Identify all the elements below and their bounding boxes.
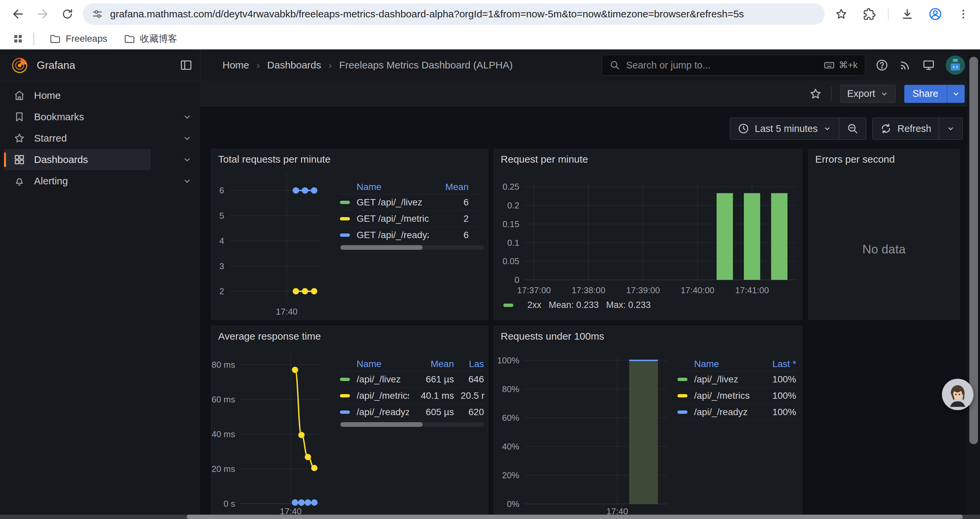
legend-row[interactable]: GET /api/_/readyz6	[340, 227, 484, 243]
breadcrumb-dashboards[interactable]: Dashboards	[267, 59, 321, 71]
search-input[interactable]	[625, 59, 818, 71]
bookmark-folder-freeleaps[interactable]: Freeleaps	[42, 30, 114, 48]
chart-request-per-minute[interactable]: 00.050.10.150.20.2517:37:0017:38:0017:39…	[494, 149, 802, 319]
chevron-down-icon[interactable]	[182, 133, 192, 143]
folder-icon	[49, 33, 61, 45]
panel-total-requests-per-minute: Total requests per minute 2345617:40 Nam…	[211, 149, 488, 320]
legend-scrollbar[interactable]	[340, 245, 484, 250]
chevron-down-icon[interactable]	[182, 155, 192, 164]
legend-row[interactable]: /api/_/livez100%	[678, 371, 796, 388]
breadcrumb-separator: ›	[256, 59, 260, 71]
legend-row[interactable]: GET /api/_/metrics2	[340, 211, 484, 227]
svg-text:2: 2	[220, 286, 224, 296]
share-menu-caret[interactable]	[947, 85, 965, 103]
horizontal-scrollbar-thumb[interactable]	[187, 515, 963, 519]
breadcrumb-home[interactable]: Home	[223, 59, 249, 71]
svg-text:0 s: 0 s	[223, 498, 235, 509]
refresh-icon	[880, 123, 892, 134]
apps-grid-icon[interactable]	[10, 31, 26, 47]
bookmark-folder-label: 收藏博客	[140, 32, 177, 45]
back-icon[interactable]	[9, 5, 27, 23]
share-button[interactable]: Share	[904, 85, 947, 103]
sidebar-row-bookmarks: Bookmarks	[4, 106, 196, 128]
svg-text:0.15: 0.15	[502, 219, 519, 229]
zoom-out-icon	[846, 123, 859, 134]
forward-icon[interactable]	[33, 5, 52, 23]
series-color-chip	[340, 394, 350, 398]
address-bar[interactable]	[83, 3, 824, 25]
svg-text:17:41:00: 17:41:00	[735, 285, 769, 295]
sidebar-item-dashboards[interactable]: Dashboards	[4, 149, 151, 170]
legend-max-stat: Max: 0.233	[606, 300, 651, 310]
sidebar-row-starred: Starred	[4, 128, 196, 149]
bookmark-star-icon[interactable]	[832, 5, 851, 23]
legend-series-name[interactable]: 2xx	[527, 300, 541, 310]
breadcrumb-separator: ›	[329, 59, 332, 71]
grafana-logo[interactable]	[10, 56, 29, 75]
help-icon[interactable]	[875, 58, 889, 72]
reload-icon[interactable]	[58, 5, 77, 23]
chevron-down-icon[interactable]	[182, 112, 192, 122]
home-icon	[13, 89, 25, 102]
sidebar-item-home[interactable]: Home	[4, 85, 151, 106]
download-icon[interactable]	[898, 5, 916, 23]
dashboard-toolbar: Export Share	[200, 81, 980, 106]
sidebar-row-dashboards: Dashboards	[4, 149, 196, 170]
svg-text:20%: 20%	[502, 470, 519, 480]
brand-name[interactable]: Grafana	[37, 59, 75, 72]
bookmark-folder-blogs[interactable]: 收藏博客	[117, 30, 184, 48]
legend-header[interactable]: NameLast *	[678, 357, 796, 371]
svg-text:17:37:00: 17:37:00	[517, 285, 551, 295]
legend-row[interactable]: /api/_/livez661 µs646	[340, 371, 484, 388]
time-range-picker[interactable]: Last 5 minutes	[730, 118, 839, 139]
assistant-avatar[interactable]	[941, 378, 974, 411]
share-split-button: Share	[904, 85, 965, 103]
toolbar-divider	[888, 7, 889, 21]
panel-errors-per-second: Errors per second No data	[808, 149, 960, 320]
legend-header[interactable]: NameMeanLas	[340, 357, 484, 371]
zoom-out-button[interactable]	[839, 118, 866, 139]
chevron-down-icon	[880, 89, 889, 98]
breadcrumb-current-page: Freeleaps Metrics Dashboard (ALPHA)	[339, 59, 513, 71]
legend-header[interactable]: NameMean	[340, 180, 484, 194]
bell-icon	[13, 175, 25, 187]
sidebar-collapse-icon[interactable]	[180, 58, 193, 72]
panel-title[interactable]: Errors per second	[815, 153, 895, 165]
bookmarks-bar: Freeleaps 收藏博客	[0, 28, 980, 50]
search-box[interactable]: ⌘+k	[602, 55, 865, 75]
browser-menu-icon[interactable]	[954, 5, 973, 23]
legend-row[interactable]: GET /api/_/livez6	[340, 194, 484, 211]
refresh-button[interactable]: Refresh	[873, 118, 939, 139]
url-text[interactable]	[110, 8, 816, 20]
extensions-icon[interactable]	[860, 5, 878, 23]
svg-text:17:38:00: 17:38:00	[572, 285, 605, 295]
grafana-app: Grafana Home › Dashboards › Freeleaps Me…	[0, 50, 980, 519]
site-settings-icon[interactable]	[91, 8, 103, 20]
news-rss-icon[interactable]	[899, 58, 912, 72]
chart-requests-under-100ms[interactable]: 0%20%40%60%80%100%17:40	[494, 326, 802, 519]
chevron-down-icon[interactable]	[182, 176, 192, 186]
panel-requests-under-100ms: Requests under 100ms 0%20%40%60%80%100%1…	[494, 326, 802, 519]
export-button[interactable]: Export	[840, 85, 896, 103]
sidebar-item-alerting[interactable]: Alerting	[4, 170, 151, 192]
series-color-chip	[340, 410, 350, 414]
sidebar-item-starred[interactable]: Starred	[4, 128, 151, 149]
svg-text:0.05: 0.05	[502, 256, 519, 266]
series-color-chip	[340, 233, 350, 237]
svg-text:40%: 40%	[502, 442, 519, 452]
user-avatar[interactable]	[945, 55, 965, 75]
legend-row[interactable]: /api/_/readyz605 µs620	[340, 404, 484, 420]
legend-row[interactable]: /api/_/metrics40.1 ms20.5 r	[340, 388, 484, 404]
legend-scrollbar[interactable]	[340, 422, 484, 427]
star-icon	[13, 132, 25, 144]
legend-row[interactable]: /api/_/readyz100%	[678, 404, 796, 420]
favorite-star-icon[interactable]	[809, 87, 822, 101]
browser-toolbar-actions	[832, 5, 975, 23]
profile-avatar-icon[interactable]	[926, 5, 945, 23]
vertical-scrollbar[interactable]	[967, 50, 980, 519]
monitor-icon[interactable]	[922, 58, 935, 72]
refresh-interval-caret[interactable]	[939, 118, 963, 139]
legend-row[interactable]: /api/_/metrics100%	[678, 388, 796, 404]
horizontal-scrollbar[interactable]	[0, 515, 980, 519]
sidebar-item-bookmarks[interactable]: Bookmarks	[4, 106, 151, 128]
